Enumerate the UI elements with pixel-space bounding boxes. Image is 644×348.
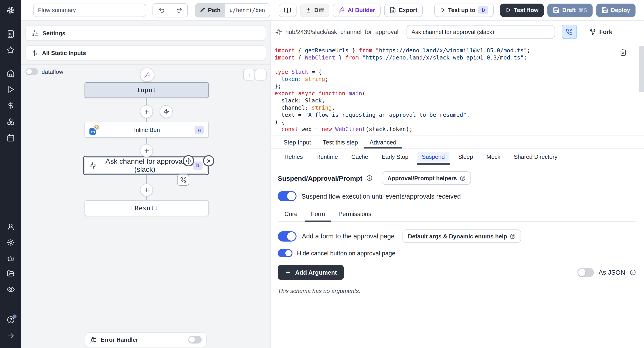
sidebar-divider: [0, 65, 21, 65]
subtab-shared-directory[interactable]: Shared Directory: [507, 149, 564, 164]
users-icon[interactable]: [6, 223, 14, 231]
draft-button[interactable]: Draft ⌘S: [548, 3, 592, 17]
audit-eye-icon[interactable]: [6, 286, 14, 294]
path-value[interactable]: u/henri/ben: [225, 3, 270, 17]
workspace-icon[interactable]: [6, 30, 14, 38]
phone-incoming-icon: [180, 177, 186, 183]
form-section: Add a form to the approval page Default …: [270, 222, 644, 294]
ai-builder-button[interactable]: AI Builder: [333, 3, 380, 17]
hide-cancel-toggle[interactable]: [278, 249, 292, 257]
runs-play-icon[interactable]: [6, 86, 14, 94]
schedules-calendar-icon[interactable]: [6, 134, 14, 142]
suspend-toggle-label: Suspend flow execution until events/appr…: [302, 192, 461, 200]
ai-flow-wand-button[interactable]: [140, 68, 154, 82]
settings-gear-icon[interactable]: [6, 238, 14, 246]
flow-input-node[interactable]: Input: [84, 82, 209, 98]
add-form-label: Add a form to the approval page: [302, 232, 394, 240]
code-scrollbar-thumb[interactable]: [639, 46, 644, 92]
info-icon[interactable]: [366, 175, 372, 181]
test-flow-button[interactable]: Test flow: [500, 3, 544, 17]
subtab-suspend[interactable]: Suspend: [415, 149, 452, 164]
flow-result-node[interactable]: Result: [84, 200, 209, 216]
tab-form[interactable]: Form: [305, 211, 331, 222]
subtab-runtime[interactable]: Runtime: [310, 149, 344, 164]
diff-button[interactable]: Diff: [300, 3, 329, 17]
subtab-retries[interactable]: Retries: [278, 149, 310, 164]
add-form-toggle[interactable]: [278, 231, 296, 241]
phone-incoming-icon: [566, 28, 573, 35]
help-icon[interactable]: [6, 316, 14, 324]
default-args-help-button[interactable]: Default args & Dynamic enums help: [402, 230, 521, 243]
book-open-icon: [284, 6, 291, 14]
approval-prompt-helpers-button[interactable]: Approval/Prompt helpers: [382, 171, 471, 185]
ask-channel-label: Ask channel for approval (slack): [100, 158, 190, 174]
inline-bun-node[interactable]: TS Inline Bun a: [84, 122, 209, 138]
info-icon[interactable]: [630, 269, 636, 276]
bun-icon: [94, 125, 99, 130]
graph-zoom-in-button[interactable]: +: [243, 69, 255, 80]
deploy-button[interactable]: Deploy: [596, 3, 636, 17]
add-step-button-2[interactable]: [140, 144, 153, 157]
path-edit-segment[interactable]: Path: [196, 3, 225, 17]
suspend-phone-indicator[interactable]: [177, 174, 189, 186]
step-name-input[interactable]: [406, 25, 555, 39]
draft-shortcut: ⌘S: [578, 7, 587, 13]
deploy-label: Deploy: [611, 7, 630, 14]
windmill-logo[interactable]: [0, 0, 21, 20]
plus-icon: [143, 108, 150, 115]
copy-code-button[interactable]: [620, 49, 627, 56]
add-argument-button[interactable]: Add Argument: [278, 265, 344, 280]
step-detail-panel: hub/2439/slack/ask_channel_for_approval …: [270, 20, 644, 348]
export-label: Export: [399, 7, 417, 14]
suspend-inner-tabs: Core Form Permissions: [278, 211, 636, 222]
undo-button[interactable]: [153, 3, 170, 17]
draft-label: Draft: [562, 7, 576, 14]
add-trigger-button[interactable]: [160, 105, 173, 118]
subtab-cache[interactable]: Cache: [344, 149, 375, 164]
subtab-early-stop[interactable]: Early Stop: [375, 149, 415, 164]
slack-icon: [275, 28, 282, 35]
test-up-to-step-badge: b: [478, 6, 488, 14]
folders-icon[interactable]: [6, 270, 14, 278]
error-handler-toggle[interactable]: [188, 336, 202, 344]
error-handler-row[interactable]: Error Handler: [85, 332, 206, 347]
path-control[interactable]: Path u/henri/ben: [195, 3, 270, 17]
help-circle-icon: [460, 175, 465, 181]
step-b-badge: b: [193, 161, 202, 170]
workers-bot-icon[interactable]: [6, 254, 14, 262]
code-content[interactable]: import { getResumeUrls } from "https://d…: [274, 47, 644, 133]
docs-book-button[interactable]: [278, 3, 296, 17]
tab-step-input[interactable]: Step Input: [278, 136, 317, 148]
wand-icon: [338, 7, 345, 14]
variables-dollar-icon[interactable]: [6, 102, 14, 110]
redo-button[interactable]: [170, 3, 188, 17]
test-up-to-button[interactable]: Test up to b: [434, 3, 494, 17]
move-step-button[interactable]: [183, 155, 194, 166]
graph-zoom-out-button[interactable]: −: [255, 69, 266, 80]
flow-summary-input[interactable]: [33, 3, 146, 17]
top-toolbar: Path u/henri/ben Diff AI Builder Export: [21, 0, 644, 20]
play-icon: [440, 7, 446, 13]
favorites-star-icon[interactable]: [6, 46, 14, 54]
add-argument-label: Add Argument: [295, 269, 337, 276]
delete-step-button[interactable]: [203, 155, 214, 166]
tab-core[interactable]: Core: [278, 211, 304, 222]
suspend-enabled-phone-button[interactable]: [562, 24, 577, 39]
subtab-sleep[interactable]: Sleep: [452, 149, 480, 164]
subtab-mock[interactable]: Mock: [480, 149, 507, 164]
collapse-arrow-icon[interactable]: [6, 332, 14, 340]
add-step-button-1[interactable]: [140, 105, 153, 118]
add-step-button-3[interactable]: [140, 184, 153, 196]
as-json-toggle[interactable]: [578, 268, 594, 277]
code-editor[interactable]: import { getResumeUrls } from "https://d…: [270, 44, 644, 136]
tab-test-this-step[interactable]: Test this step: [317, 136, 364, 148]
suspend-execution-toggle[interactable]: [278, 191, 296, 201]
tab-advanced[interactable]: Advanced: [364, 136, 402, 148]
fork-button[interactable]: Fork: [590, 28, 612, 35]
home-icon[interactable]: [6, 69, 14, 78]
export-button[interactable]: Export: [384, 3, 422, 17]
helpers-label: Approval/Prompt helpers: [387, 175, 457, 182]
test-up-to-label: Test up to: [448, 7, 476, 14]
tab-permissions[interactable]: Permissions: [333, 211, 377, 222]
resources-boxes-icon[interactable]: [6, 118, 14, 126]
